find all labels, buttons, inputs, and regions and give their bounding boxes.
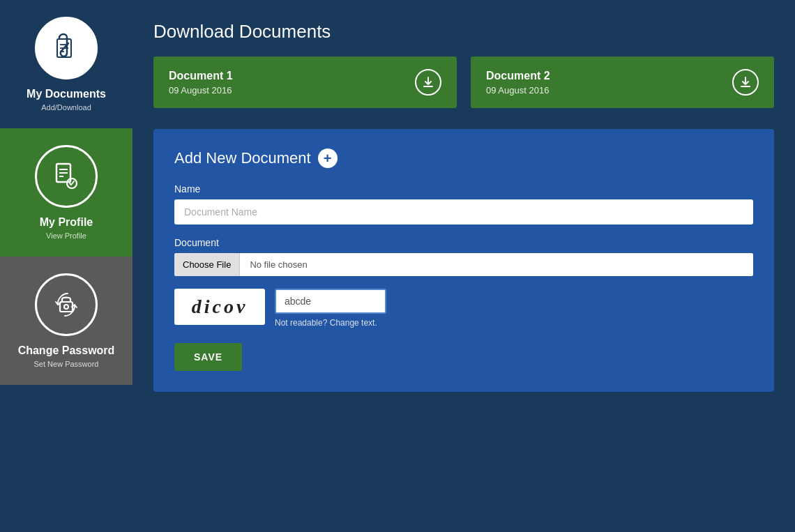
main-content: Download Documents Document 1 09 August …	[132, 0, 795, 532]
download-arrow-icon	[421, 75, 435, 89]
add-doc-header: Add New Document +	[174, 149, 753, 168]
captcha-right: Not readable? Change text.	[275, 289, 386, 328]
sidebar-item-change-password[interactable]: Change Password Set New Password	[0, 257, 132, 385]
sidebar-item-my-profile[interactable]: My Profile View Profile	[0, 128, 132, 257]
profile-icon	[48, 158, 84, 195]
sidebar-my-documents-subtitle: Add/Download	[41, 103, 91, 112]
sidebar-my-documents-title: My Documents	[26, 88, 106, 100]
doc-2-name: Document 2	[486, 70, 550, 82]
document-label: Document	[174, 237, 753, 248]
file-input-wrapper: Choose File No file chosen	[174, 253, 753, 276]
doc-2-download-icon[interactable]	[732, 69, 759, 96]
document-name-input[interactable]	[174, 199, 753, 225]
sidebar-change-password-subtitle: Set New Password	[34, 360, 99, 368]
lock-icon	[48, 287, 84, 323]
captcha-image: dicov	[174, 289, 265, 325]
download-arrow-icon-2	[739, 75, 752, 89]
add-doc-title: Add New Document	[174, 149, 311, 167]
change-password-icon-circle	[35, 273, 98, 336]
page-title: Download Documents	[153, 21, 774, 43]
my-profile-icon-circle	[35, 145, 98, 208]
add-document-panel: Add New Document + Name Document Choose …	[153, 129, 774, 392]
captcha-row: dicov Not readable? Change text.	[174, 289, 753, 328]
doc-card-1-info: Document 1 09 August 2016	[169, 70, 233, 96]
save-button[interactable]: SAVE	[174, 343, 242, 371]
doc-1-name: Document 1	[169, 70, 233, 82]
svg-rect-9	[60, 302, 73, 312]
sidebar-my-profile-title: My Profile	[40, 216, 93, 229]
doc-2-date: 09 August 2016	[486, 85, 550, 96]
name-label: Name	[174, 183, 753, 195]
doc-1-date: 09 August 2016	[169, 85, 233, 96]
sidebar-change-password-title: Change Password	[18, 344, 115, 357]
file-name-display: No file chosen	[240, 253, 753, 276]
svg-point-10	[64, 305, 68, 309]
document-cards-row: Document 1 09 August 2016 Document 2 09 …	[153, 56, 774, 108]
doc-1-download-icon[interactable]	[415, 69, 441, 96]
doc-card-2-info: Document 2 09 August 2016	[486, 70, 550, 96]
captcha-input[interactable]	[275, 289, 386, 314]
sidebar-my-profile-subtitle: View Profile	[46, 231, 86, 240]
add-plus-icon[interactable]: +	[318, 149, 338, 168]
my-documents-icon-circle	[35, 17, 98, 79]
choose-file-button[interactable]: Choose File	[174, 253, 240, 276]
document-card-1[interactable]: Document 1 09 August 2016	[153, 56, 457, 108]
name-form-group: Name	[174, 183, 753, 225]
sidebar: My Documents Add/Download My Profile Vie…	[0, 0, 132, 532]
document-card-2[interactable]: Document 2 09 August 2016	[471, 56, 774, 108]
sidebar-item-my-documents[interactable]: My Documents Add/Download	[0, 0, 132, 128]
document-form-group: Document Choose File No file chosen	[174, 237, 753, 276]
captcha-hint: Not readable? Change text.	[275, 318, 386, 328]
